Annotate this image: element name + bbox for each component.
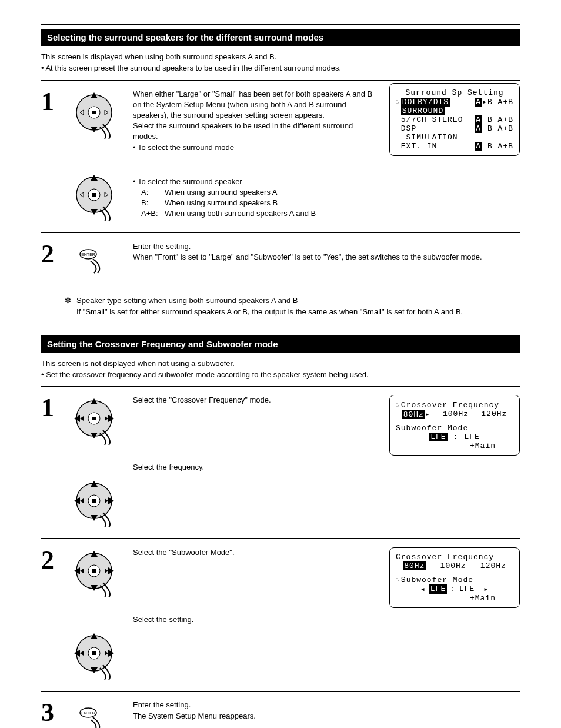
note-symbol: ✽ [65,295,76,318]
osd-title: Crossover Frequency [396,553,513,561]
s2-step3: 3 Enter the setting. The System Setup Me… [41,694,520,728]
step-bullet: • To select the surround mode [133,142,378,153]
osd-opts: B A+B [487,115,513,124]
osd-sel: 80Hz [402,410,425,419]
osd-title: ☞Crossover Frequency [396,400,513,410]
intro-line: • Set the crossover frequency and subwoo… [41,370,520,381]
osd-opts: B A+B [487,98,513,107]
enter-button-icon [71,700,112,728]
step-text: The System Setup Menu reappears. [133,711,520,722]
step-bullet: • To select the surround speaker [133,177,378,187]
osd-title: Surround Sp Setting [396,88,513,97]
step-text: Enter the setting. [133,700,520,710]
option-text: When using both surround speakers A and … [165,208,316,219]
step-text: Enter the setting. [133,241,520,252]
dpad-all-icon [71,395,123,448]
osd-opt: +Main [470,594,496,603]
osd-sel: A [475,142,482,151]
s2-step1: 1 Select the "Crossover Frequency" mode.… [41,389,378,536]
osd-sel: LFE [429,433,447,441]
osd-row: 5/7CH STEREO [401,115,463,124]
dpad-all-icon [71,547,123,600]
s2-step2: 2 Select the "Subwoofer Mode". Select th… [41,541,378,689]
osd-opt: 100Hz [443,410,469,419]
step-text: Select the setting. [133,614,378,625]
option-label: A: [141,187,165,198]
osd-opt: +Main [470,441,496,450]
option-text: When using surround speakers B [165,198,278,208]
osd-opt: 100Hz [440,561,466,570]
step-text: Select the "Subwoofer Mode". [133,547,378,558]
osd-opts: B A+B [487,142,513,151]
option-label: A+B: [141,208,165,219]
step-number: 2 [41,547,71,573]
step-text: Select the surround speakers to be used … [133,121,378,142]
osd-sel: A [475,124,482,133]
step-number: 2 [41,241,71,267]
section2-intro: This screen is not displayed when not us… [41,358,520,381]
osd-opt: 120Hz [481,410,507,419]
dpad-all-icon [71,477,123,530]
note-line: Speaker type setting when using both sur… [76,295,463,307]
option-label: B: [141,198,165,208]
osd-row: DSP [401,124,416,133]
osd-opt: 120Hz [480,561,506,570]
osd-title: Subwoofer Mode [396,424,513,433]
osd-sel: 80Hz [403,561,426,570]
osd-row: SURROUND [401,107,445,115]
osd-opt: LFE [459,584,475,594]
dpad-all-icon [71,630,123,683]
step-number: 3 [41,700,71,726]
osd-row: EXT. IN [401,142,438,151]
section-header-crossover: Setting the Crossover Frequency and Subw… [41,335,520,353]
step-number: 1 [41,89,71,115]
osd-sel: A [475,115,482,124]
enter-button-icon [71,241,112,277]
step2: 2 Enter the setting. When "Front" is set… [41,235,520,282]
option-text: When using surround speakers A [165,187,278,198]
osd-sel: A [475,98,482,107]
section1-intro: This screen is displayed when using both… [41,52,520,74]
osd-crossover-2: Crossover Frequency 80Hz 100Hz 120Hz ☞Su… [389,547,520,608]
osd-title: ☞Subwoofer Mode [396,575,513,584]
osd-opt: LFE [464,433,479,441]
osd-row: DOLBY/DTS [401,98,450,107]
osd-opts: B A+B [487,124,513,133]
note: ✽ Speaker type setting when using both s… [65,295,520,318]
step-text: When either "Large" or "Small" has been … [133,89,378,121]
step-number: 1 [41,395,71,421]
section-header-surround: Selecting the surround speakers for the … [41,29,520,46]
step-text: Select the frequency. [133,462,378,473]
intro-line: • At this screen preset the surround spe… [41,63,520,74]
intro-line: This screen is displayed when using both… [41,52,520,63]
osd-crossover-1: ☞Crossover Frequency 80Hz▸ 100Hz 120Hz S… [389,395,520,456]
osd-row: SIMULATION [406,133,458,142]
note-line: If "Small" is set for either surround sp… [76,306,463,318]
step-text: Select the "Crossover Frequency" mode. [133,395,378,405]
osd-surround-setting: Surround Sp Setting ☞DOLBY/DTS A▸B A+B S… [389,83,520,156]
step-text: When "Front" is set to "Large" and "Subw… [133,252,520,262]
step1: 1 When either "Large" or "Small" has bee… [41,83,378,230]
intro-line: This screen is not displayed when not us… [41,358,520,370]
dpad-updown-icon [71,171,123,224]
dpad-updown-icon [71,89,123,142]
osd-sel: LFE [429,584,447,594]
